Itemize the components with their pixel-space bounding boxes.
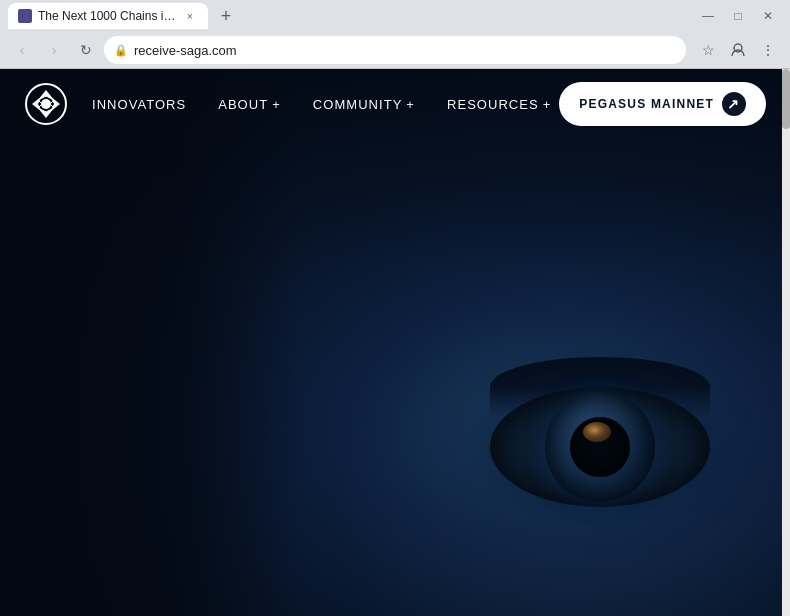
scrollbar[interactable] xyxy=(782,69,790,616)
forward-button[interactable]: › xyxy=(40,36,68,64)
new-tab-button[interactable]: + xyxy=(212,2,240,30)
tab-close-button[interactable]: × xyxy=(182,8,198,24)
eye-outer xyxy=(490,387,710,507)
iris xyxy=(545,392,655,502)
maximize-button[interactable]: □ xyxy=(724,2,752,30)
eye-highlight xyxy=(583,422,611,442)
navbar: INNOVATORS ABOUT + COMMUNITY + RESOURCES… xyxy=(0,69,790,139)
tab-favicon xyxy=(18,9,32,23)
nav-community[interactable]: COMMUNITY + xyxy=(313,97,415,112)
logo[interactable] xyxy=(24,82,68,126)
address-input-wrap[interactable]: 🔒 receive-saga.com xyxy=(104,36,686,64)
eye-illustration xyxy=(490,367,710,527)
bookmark-star-button[interactable]: ☆ xyxy=(694,36,722,64)
browser-tab[interactable]: The Next 1000 Chains in the Mul... × xyxy=(8,3,208,29)
url-display: receive-saga.com xyxy=(134,43,676,58)
menu-button[interactable]: ⋮ xyxy=(754,36,782,64)
cta-label: PEGASUS MAINNET xyxy=(579,97,714,111)
close-window-button[interactable]: ✕ xyxy=(754,2,782,30)
tab-title: The Next 1000 Chains in the Mul... xyxy=(38,9,176,23)
browser-chrome: The Next 1000 Chains in the Mul... × + —… xyxy=(0,0,790,69)
svg-point-7 xyxy=(41,99,51,109)
nav-links: INNOVATORS ABOUT + COMMUNITY + RESOURCES… xyxy=(92,97,559,112)
lock-icon: 🔒 xyxy=(114,44,128,57)
cta-arrow-icon: ↗ xyxy=(722,92,746,116)
nav-innovators[interactable]: INNOVATORS xyxy=(92,97,186,112)
profile-button[interactable] xyxy=(724,36,752,64)
nav-about[interactable]: ABOUT + xyxy=(218,97,281,112)
window-controls: — □ ✕ xyxy=(694,2,782,30)
pegasus-mainnet-button[interactable]: PEGASUS MAINNET ↗ xyxy=(559,82,766,126)
back-button[interactable]: ‹ xyxy=(8,36,36,64)
title-bar: The Next 1000 Chains in the Mul... × + —… xyxy=(0,0,790,32)
reload-button[interactable]: ↻ xyxy=(72,36,100,64)
website-content: INNOVATORS ABOUT + COMMUNITY + RESOURCES… xyxy=(0,69,790,616)
address-bar: ‹ › ↻ 🔒 receive-saga.com ☆ ⋮ xyxy=(0,32,790,68)
minimize-button[interactable]: — xyxy=(694,2,722,30)
nav-resources[interactable]: RESOURCES + xyxy=(447,97,551,112)
toolbar-icons: ☆ ⋮ xyxy=(694,36,782,64)
